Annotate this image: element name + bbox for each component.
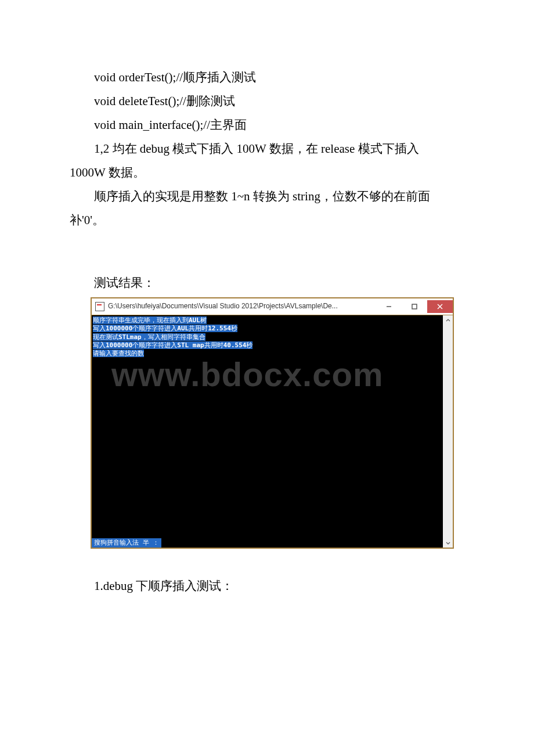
console-output: 顺序字符串生成完毕，现在插入到AUL树 写入1000000个顺序字符进入AUL共… bbox=[92, 315, 443, 548]
console-body: 顺序字符串生成完毕，现在插入到AUL树 写入1000000个顺序字符进入AUL共… bbox=[92, 315, 453, 548]
c-line5: 请输入要查找的数 bbox=[93, 350, 144, 357]
scroll-up-button[interactable] bbox=[443, 315, 453, 325]
c-line4-e: 40.554 bbox=[223, 341, 247, 349]
close-button[interactable] bbox=[427, 300, 453, 313]
vertical-scrollbar[interactable] bbox=[443, 315, 453, 548]
note-insert-count-b: 1000W 数据。 bbox=[70, 163, 464, 183]
spacer bbox=[70, 235, 464, 269]
c-line2-num: 1000000 bbox=[106, 325, 132, 332]
spacer-2 bbox=[70, 549, 464, 572]
caption-debug-order: 1.debug 下顺序插入测试： bbox=[70, 577, 464, 596]
c-line1-c: 树 bbox=[200, 316, 207, 324]
minimize-icon bbox=[386, 304, 392, 309]
c-line2-a: 写入 bbox=[93, 325, 106, 332]
minimize-button[interactable] bbox=[376, 300, 402, 313]
c-line4-a: 写入 bbox=[93, 341, 106, 349]
c-line4-d: 共用时 bbox=[204, 341, 223, 349]
scroll-down-button[interactable] bbox=[443, 538, 453, 548]
maximize-button[interactable] bbox=[402, 300, 427, 313]
document-page: void orderTest();//顺序插入测试 void deleteTes… bbox=[0, 0, 534, 756]
c-line2-c: AUL bbox=[177, 325, 189, 332]
c-line1-a: 顺序字符串生成完毕，现在插入到 bbox=[93, 316, 189, 324]
c-line2-b: 个顺序字符进入 bbox=[132, 325, 177, 332]
code-line-2: void deleteTest();//删除测试 bbox=[70, 92, 464, 111]
c-line4-c: STL map bbox=[177, 341, 204, 349]
note-order-impl-b: 补'0'。 bbox=[70, 211, 464, 231]
window-titlebar: G:\Users\hufeiya\Documents\Visual Studio… bbox=[92, 298, 453, 315]
maximize-icon bbox=[412, 304, 417, 309]
c-line4-f: 秒 bbox=[246, 341, 252, 349]
chevron-up-icon bbox=[446, 318, 450, 323]
chevron-down-icon bbox=[446, 541, 450, 545]
watermark-text: www.bdocx.com bbox=[111, 352, 383, 396]
c-line2-f: 秒 bbox=[231, 325, 237, 332]
code-line-1: void orderTest();//顺序插入测试 bbox=[70, 68, 464, 88]
code-line-3: void main_interface();//主界面 bbox=[70, 116, 464, 135]
c-line2-d: 共用时 bbox=[189, 325, 208, 332]
c-line4-num: 1000000 bbox=[106, 341, 132, 349]
c-line2-e: 12.554 bbox=[208, 325, 231, 332]
svg-rect-1 bbox=[412, 304, 417, 309]
console-window: G:\Users\hufeiya\Documents\Visual Studio… bbox=[91, 297, 454, 549]
scroll-track[interactable] bbox=[443, 325, 453, 538]
ime-status-bar: 搜狗拼音输入法 半 ： bbox=[92, 538, 161, 548]
c-line3-a: 现在测试 bbox=[93, 333, 118, 341]
note-insert-count-a: 1,2 均在 debug 模式下插入 100W 数据，在 release 模式下… bbox=[70, 139, 464, 159]
note-order-impl-a: 顺序插入的实现是用整数 1~n 转换为 string，位数不够的在前面 bbox=[70, 187, 464, 207]
app-icon bbox=[95, 302, 104, 311]
close-icon bbox=[437, 304, 443, 309]
c-line1-b: AUL bbox=[189, 316, 200, 324]
c-line3-c: ，写入相同字符串集合 bbox=[142, 333, 205, 341]
c-line4-b: 个顺序字符进入 bbox=[132, 341, 177, 349]
window-title: G:\Users\hufeiya\Documents\Visual Studio… bbox=[108, 302, 376, 311]
c-line3-b: STLmap bbox=[118, 333, 142, 341]
results-heading: 测试结果： bbox=[70, 273, 464, 293]
